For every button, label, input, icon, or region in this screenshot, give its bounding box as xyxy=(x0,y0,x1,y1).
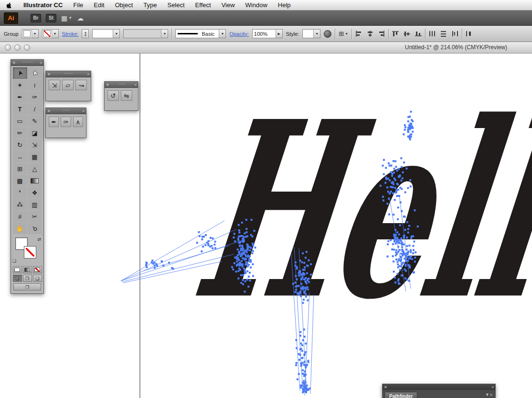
collapse-panel-icon[interactable]: « xyxy=(40,61,42,65)
reshape-icon[interactable]: ↝ xyxy=(75,80,87,90)
hand-tool[interactable]: ✋ xyxy=(13,223,27,234)
collapse-panel-icon[interactable]: « xyxy=(492,385,494,389)
distribute-left-icon[interactable] xyxy=(429,31,436,37)
pen-tool[interactable]: ✒ xyxy=(13,91,27,103)
graphic-style-dropdown[interactable]: ▼ xyxy=(302,29,320,38)
convert-anchor-icon[interactable]: ∧ xyxy=(73,117,83,127)
free-transform-tool[interactable]: ▦ xyxy=(28,151,42,162)
type-tool[interactable]: T xyxy=(13,103,27,115)
align-bottom-icon[interactable] xyxy=(415,31,422,37)
panel-close-icon[interactable]: ✕ xyxy=(384,385,387,389)
opacity-panel-link[interactable]: Opacity: xyxy=(229,31,248,37)
align-top-icon[interactable] xyxy=(392,31,399,37)
menu-app-name[interactable]: Illustrator CC xyxy=(23,1,63,9)
artboard-tool[interactable]: # xyxy=(13,211,27,222)
selection-tool[interactable]: ➤ xyxy=(13,67,27,79)
lasso-tool[interactable]: ≀ xyxy=(28,79,42,91)
direct-selection-tool[interactable]: ➤ xyxy=(28,67,42,79)
shape-builder-tool[interactable]: ⊞ xyxy=(13,163,27,174)
reflect-icon[interactable]: ⇋ xyxy=(121,90,132,101)
column-graph-tool[interactable]: ▥ xyxy=(28,199,42,210)
panel-close-icon[interactable]: ✕ xyxy=(12,61,16,65)
isolate-group-button[interactable]: ⊞▼ xyxy=(339,30,348,37)
stroke-color-dropdown[interactable]: ▼ xyxy=(42,29,59,38)
lettering-text-object[interactable]: Hello xyxy=(180,70,532,351)
color-button[interactable] xyxy=(13,266,22,273)
rectangle-tool[interactable]: ▭ xyxy=(13,115,27,127)
none-button[interactable] xyxy=(33,266,42,273)
panel-close-icon[interactable]: ✕ xyxy=(47,72,51,76)
align-middle-icon[interactable] xyxy=(404,31,410,37)
swap-fill-stroke-icon[interactable]: ⇄ xyxy=(37,237,41,242)
distribute-spacing-icon[interactable] xyxy=(466,31,472,37)
menu-item-window[interactable]: Window xyxy=(245,1,267,9)
paintbrush-tool[interactable]: ✎ xyxy=(28,115,42,127)
zoom-button[interactable] xyxy=(24,44,30,51)
draw-normal-button[interactable]: ❏ xyxy=(13,275,22,282)
menu-item-help[interactable]: Help xyxy=(278,1,291,9)
width-tool[interactable]: ↔ xyxy=(13,151,27,162)
mesh-tool[interactable]: ▩ xyxy=(13,175,27,186)
slice-tool[interactable]: ✂ xyxy=(28,211,42,222)
panel-close-icon[interactable]: ✕ xyxy=(47,109,51,113)
menu-item-object[interactable]: Object xyxy=(115,1,133,9)
perspective-grid-tool[interactable]: △ xyxy=(28,163,42,174)
bridge-button[interactable]: Br xyxy=(31,14,41,22)
eyedropper-tool[interactable]: ❜ xyxy=(13,187,27,198)
scale-tool[interactable]: ⇲ xyxy=(28,139,42,151)
collapse-panel-icon[interactable]: « xyxy=(135,83,137,87)
collapse-panel-icon[interactable]: « xyxy=(83,109,85,113)
panel-menu-icon[interactable]: ▼≡ xyxy=(485,392,493,397)
gradient-button[interactable] xyxy=(23,266,32,273)
menu-item-view[interactable]: View xyxy=(222,1,235,9)
brush-definition-dropdown[interactable]: ▼ xyxy=(123,29,168,38)
zoom-tool[interactable]: ⚲ xyxy=(28,223,42,234)
opacity-field[interactable]: 100% ▶ xyxy=(252,29,283,38)
stroke-swatch[interactable] xyxy=(24,246,36,258)
menu-item-select[interactable]: Select xyxy=(167,1,184,9)
draw-behind-button[interactable]: ❐ xyxy=(23,275,32,282)
align-left-icon[interactable] xyxy=(355,31,362,37)
menu-item-file[interactable]: File xyxy=(73,1,83,9)
panel-header[interactable]: ✕ « xyxy=(383,384,495,390)
magic-wand-tool[interactable]: ✶ xyxy=(13,79,27,91)
stroke-style-dropdown[interactable]: Basic ▼ xyxy=(175,29,226,38)
stroke-weight-dropdown[interactable]: ▼ xyxy=(92,29,120,38)
align-center-icon[interactable] xyxy=(367,31,373,37)
minimize-button[interactable] xyxy=(14,44,21,51)
rotate-tool[interactable]: ↻ xyxy=(13,139,27,151)
recolor-artwork-icon[interactable] xyxy=(324,30,331,38)
add-anchor-icon[interactable]: ✒ xyxy=(49,117,59,127)
tab-pathfinder[interactable]: Pathfinder xyxy=(384,392,417,398)
scale-icon[interactable]: ⇲ xyxy=(49,80,60,90)
line-segment-tool[interactable]: / xyxy=(28,103,42,115)
screen-mode-button[interactable]: ❐ xyxy=(13,283,41,290)
cc-sync-icon[interactable]: ☁ xyxy=(77,14,84,22)
gradient-tool[interactable] xyxy=(28,175,42,186)
rotate-icon[interactable]: ↺ xyxy=(107,90,119,101)
stock-button[interactable]: St xyxy=(46,14,56,22)
draw-inside-button[interactable]: ❑ xyxy=(33,275,42,282)
panel-close-icon[interactable]: ✕ xyxy=(106,83,109,87)
stroke-weight-stepper[interactable]: ▲▼ xyxy=(82,29,89,38)
panel-header[interactable]: ✕ '''''''' « xyxy=(46,71,91,77)
delete-anchor-icon[interactable]: ✑ xyxy=(61,117,71,127)
fill-color-dropdown[interactable]: ▼ xyxy=(22,29,39,38)
align-right-icon[interactable] xyxy=(378,31,385,37)
pencil-tool[interactable]: ✏ xyxy=(13,127,27,139)
menu-item-effect[interactable]: Effect xyxy=(195,1,211,9)
panel-header[interactable]: ✕ '''''' « xyxy=(105,82,138,88)
shear-icon[interactable]: ▱ xyxy=(62,80,74,90)
distribute-center-icon[interactable] xyxy=(440,31,447,37)
collapse-panel-icon[interactable]: « xyxy=(87,72,89,76)
default-fill-stroke-icon[interactable]: ❏ xyxy=(12,258,16,263)
symbol-sprayer-tool[interactable]: ⁂ xyxy=(13,199,27,210)
stroke-panel-link[interactable]: Stroke: xyxy=(62,31,79,37)
eraser-tool[interactable]: ◪ xyxy=(28,127,42,139)
close-button[interactable] xyxy=(5,44,11,51)
blend-tool[interactable]: ❖ xyxy=(28,187,42,198)
curvature-tool[interactable]: ✑ xyxy=(28,91,42,103)
workspace-switcher[interactable]: ▦▼ xyxy=(61,14,72,22)
menu-item-edit[interactable]: Edit xyxy=(94,1,104,9)
menu-item-type[interactable]: Type xyxy=(143,1,157,9)
